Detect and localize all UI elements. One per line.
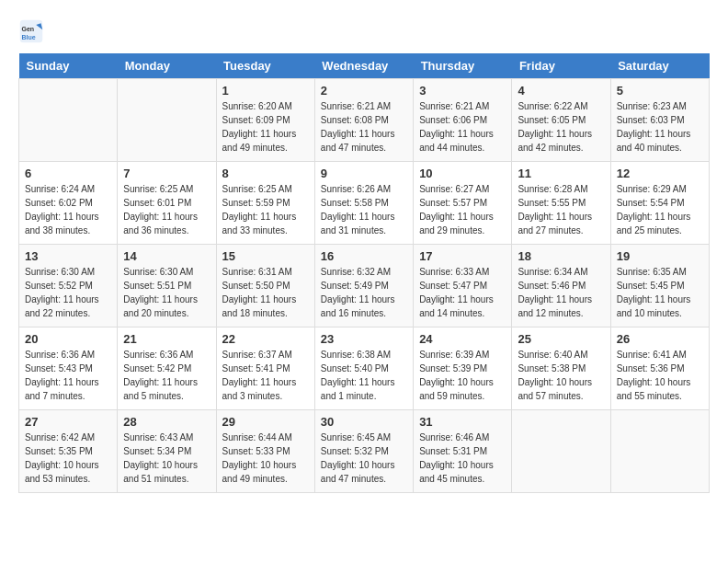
day-info: Sunrise: 6:39 AM Sunset: 5:39 PM Dayligh… bbox=[419, 348, 506, 403]
logo: Gen Blue bbox=[18, 18, 48, 44]
calendar-cell bbox=[512, 410, 610, 493]
day-info: Sunrise: 6:35 AM Sunset: 5:45 PM Dayligh… bbox=[617, 265, 703, 320]
calendar-cell: 7Sunrise: 6:25 AM Sunset: 6:01 PM Daylig… bbox=[118, 162, 216, 245]
calendar-cell: 25Sunrise: 6:40 AM Sunset: 5:38 PM Dayli… bbox=[512, 327, 610, 410]
day-number: 14 bbox=[123, 249, 210, 263]
calendar-cell: 13Sunrise: 6:30 AM Sunset: 5:52 PM Dayli… bbox=[19, 245, 118, 327]
day-number: 20 bbox=[25, 332, 111, 346]
day-number: 2 bbox=[321, 84, 407, 98]
day-info: Sunrise: 6:21 AM Sunset: 6:08 PM Dayligh… bbox=[321, 99, 407, 155]
calendar-cell: 22Sunrise: 6:37 AM Sunset: 5:41 PM Dayli… bbox=[216, 327, 314, 410]
day-number: 19 bbox=[617, 249, 703, 263]
calendar-cell: 4Sunrise: 6:22 AM Sunset: 6:05 PM Daylig… bbox=[512, 79, 610, 162]
day-info: Sunrise: 6:46 AM Sunset: 5:31 PM Dayligh… bbox=[419, 431, 506, 486]
day-number: 11 bbox=[518, 167, 604, 180]
calendar-cell: 18Sunrise: 6:34 AM Sunset: 5:46 PM Dayli… bbox=[512, 245, 610, 327]
day-number: 21 bbox=[123, 332, 210, 346]
calendar-cell: 26Sunrise: 6:41 AM Sunset: 5:36 PM Dayli… bbox=[610, 327, 709, 410]
day-info: Sunrise: 6:43 AM Sunset: 5:34 PM Dayligh… bbox=[123, 431, 210, 486]
week-row-4: 20Sunrise: 6:36 AM Sunset: 5:43 PM Dayli… bbox=[19, 327, 710, 410]
weekday-friday: Friday bbox=[512, 53, 610, 79]
day-info: Sunrise: 6:44 AM Sunset: 5:33 PM Dayligh… bbox=[222, 431, 309, 486]
day-info: Sunrise: 6:34 AM Sunset: 5:46 PM Dayligh… bbox=[518, 265, 604, 320]
week-row-5: 27Sunrise: 6:42 AM Sunset: 5:35 PM Dayli… bbox=[19, 410, 710, 493]
day-number: 9 bbox=[321, 167, 407, 180]
day-number: 4 bbox=[518, 84, 604, 98]
day-number: 5 bbox=[617, 84, 703, 98]
day-info: Sunrise: 6:38 AM Sunset: 5:40 PM Dayligh… bbox=[321, 348, 407, 403]
calendar-cell: 15Sunrise: 6:31 AM Sunset: 5:50 PM Dayli… bbox=[216, 245, 314, 327]
day-info: Sunrise: 6:42 AM Sunset: 5:35 PM Dayligh… bbox=[25, 431, 111, 486]
day-number: 18 bbox=[518, 249, 604, 263]
day-info: Sunrise: 6:20 AM Sunset: 6:09 PM Dayligh… bbox=[222, 99, 309, 155]
calendar-cell: 31Sunrise: 6:46 AM Sunset: 5:31 PM Dayli… bbox=[414, 410, 512, 493]
svg-text:Gen: Gen bbox=[22, 26, 35, 32]
day-info: Sunrise: 6:25 AM Sunset: 6:01 PM Dayligh… bbox=[123, 182, 210, 237]
day-info: Sunrise: 6:37 AM Sunset: 5:41 PM Dayligh… bbox=[222, 348, 309, 403]
day-info: Sunrise: 6:33 AM Sunset: 5:47 PM Dayligh… bbox=[419, 265, 506, 320]
calendar-cell: 16Sunrise: 6:32 AM Sunset: 5:49 PM Dayli… bbox=[314, 245, 413, 327]
calendar-cell: 27Sunrise: 6:42 AM Sunset: 5:35 PM Dayli… bbox=[19, 410, 118, 493]
calendar-cell: 8Sunrise: 6:25 AM Sunset: 5:59 PM Daylig… bbox=[216, 162, 314, 245]
calendar-cell: 1Sunrise: 6:20 AM Sunset: 6:09 PM Daylig… bbox=[216, 79, 314, 162]
day-number: 26 bbox=[617, 332, 703, 346]
calendar-cell: 6Sunrise: 6:24 AM Sunset: 6:02 PM Daylig… bbox=[19, 162, 118, 245]
day-info: Sunrise: 6:45 AM Sunset: 5:32 PM Dayligh… bbox=[321, 431, 407, 486]
week-row-1: 1Sunrise: 6:20 AM Sunset: 6:09 PM Daylig… bbox=[19, 79, 710, 162]
calendar-cell bbox=[118, 79, 216, 162]
weekday-thursday: Thursday bbox=[414, 53, 512, 79]
day-number: 31 bbox=[419, 415, 506, 429]
page-header: Gen Blue bbox=[18, 18, 710, 44]
day-number: 23 bbox=[321, 332, 407, 346]
calendar-cell: 5Sunrise: 6:23 AM Sunset: 6:03 PM Daylig… bbox=[610, 79, 709, 162]
day-number: 15 bbox=[222, 249, 309, 263]
calendar-cell: 24Sunrise: 6:39 AM Sunset: 5:39 PM Dayli… bbox=[414, 327, 512, 410]
weekday-sunday: Sunday bbox=[19, 53, 118, 79]
day-number: 3 bbox=[419, 84, 506, 98]
day-info: Sunrise: 6:30 AM Sunset: 5:51 PM Dayligh… bbox=[123, 265, 210, 320]
day-number: 17 bbox=[419, 249, 506, 263]
day-number: 29 bbox=[222, 415, 309, 429]
day-info: Sunrise: 6:40 AM Sunset: 5:38 PM Dayligh… bbox=[518, 348, 604, 403]
day-number: 10 bbox=[419, 167, 506, 180]
day-info: Sunrise: 6:23 AM Sunset: 6:03 PM Dayligh… bbox=[617, 99, 703, 155]
calendar-cell: 19Sunrise: 6:35 AM Sunset: 5:45 PM Dayli… bbox=[610, 245, 709, 327]
day-info: Sunrise: 6:22 AM Sunset: 6:05 PM Dayligh… bbox=[518, 99, 604, 155]
day-number: 1 bbox=[222, 84, 309, 98]
calendar-cell bbox=[610, 410, 709, 493]
day-info: Sunrise: 6:36 AM Sunset: 5:43 PM Dayligh… bbox=[25, 348, 111, 403]
calendar-cell: 11Sunrise: 6:28 AM Sunset: 5:55 PM Dayli… bbox=[512, 162, 610, 245]
calendar-cell: 3Sunrise: 6:21 AM Sunset: 6:06 PM Daylig… bbox=[414, 79, 512, 162]
calendar-cell: 2Sunrise: 6:21 AM Sunset: 6:08 PM Daylig… bbox=[314, 79, 413, 162]
day-info: Sunrise: 6:31 AM Sunset: 5:50 PM Dayligh… bbox=[222, 265, 309, 320]
day-info: Sunrise: 6:29 AM Sunset: 5:54 PM Dayligh… bbox=[617, 182, 703, 237]
day-info: Sunrise: 6:26 AM Sunset: 5:58 PM Dayligh… bbox=[321, 182, 407, 237]
day-info: Sunrise: 6:28 AM Sunset: 5:55 PM Dayligh… bbox=[518, 182, 604, 237]
calendar-cell: 30Sunrise: 6:45 AM Sunset: 5:32 PM Dayli… bbox=[314, 410, 413, 493]
day-info: Sunrise: 6:25 AM Sunset: 5:59 PM Dayligh… bbox=[222, 182, 309, 237]
calendar-cell: 28Sunrise: 6:43 AM Sunset: 5:34 PM Dayli… bbox=[118, 410, 216, 493]
day-info: Sunrise: 6:41 AM Sunset: 5:36 PM Dayligh… bbox=[617, 348, 703, 403]
calendar-cell bbox=[19, 79, 118, 162]
day-info: Sunrise: 6:30 AM Sunset: 5:52 PM Dayligh… bbox=[25, 265, 111, 320]
calendar-cell: 17Sunrise: 6:33 AM Sunset: 5:47 PM Dayli… bbox=[414, 245, 512, 327]
day-number: 6 bbox=[25, 167, 111, 180]
logo-icon: Gen Blue bbox=[18, 18, 44, 44]
svg-text:Blue: Blue bbox=[22, 34, 36, 40]
day-info: Sunrise: 6:32 AM Sunset: 5:49 PM Dayligh… bbox=[321, 265, 407, 320]
calendar-cell: 14Sunrise: 6:30 AM Sunset: 5:51 PM Dayli… bbox=[118, 245, 216, 327]
day-number: 13 bbox=[25, 249, 111, 263]
calendar-cell: 10Sunrise: 6:27 AM Sunset: 5:57 PM Dayli… bbox=[414, 162, 512, 245]
weekday-wednesday: Wednesday bbox=[314, 53, 413, 79]
day-info: Sunrise: 6:36 AM Sunset: 5:42 PM Dayligh… bbox=[123, 348, 210, 403]
day-number: 24 bbox=[419, 332, 506, 346]
week-row-3: 13Sunrise: 6:30 AM Sunset: 5:52 PM Dayli… bbox=[19, 245, 710, 327]
weekday-monday: Monday bbox=[118, 53, 216, 79]
calendar-cell: 12Sunrise: 6:29 AM Sunset: 5:54 PM Dayli… bbox=[610, 162, 709, 245]
calendar-cell: 23Sunrise: 6:38 AM Sunset: 5:40 PM Dayli… bbox=[314, 327, 413, 410]
calendar-cell: 9Sunrise: 6:26 AM Sunset: 5:58 PM Daylig… bbox=[314, 162, 413, 245]
day-info: Sunrise: 6:27 AM Sunset: 5:57 PM Dayligh… bbox=[419, 182, 506, 237]
calendar-cell: 29Sunrise: 6:44 AM Sunset: 5:33 PM Dayli… bbox=[216, 410, 314, 493]
week-row-2: 6Sunrise: 6:24 AM Sunset: 6:02 PM Daylig… bbox=[19, 162, 710, 245]
calendar-table: SundayMondayTuesdayWednesdayThursdayFrid… bbox=[18, 53, 710, 493]
